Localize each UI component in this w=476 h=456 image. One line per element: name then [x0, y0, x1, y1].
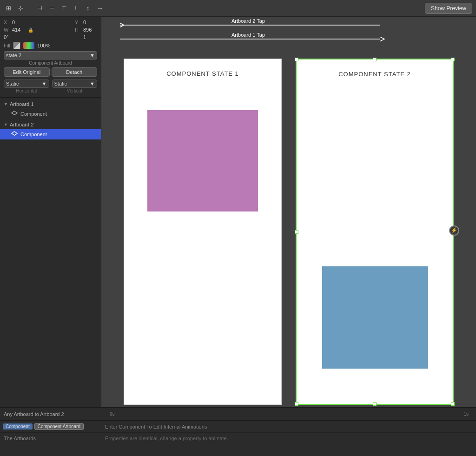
static-horizontal-wrap: Static ▼ Horizontal [4, 79, 49, 93]
blue-rectangle [322, 266, 428, 369]
w-value: 414 [12, 27, 26, 33]
scale-value: 1 [83, 34, 97, 40]
grid-icon[interactable]: ⊞ [4, 4, 13, 13]
y-value: 0 [83, 20, 97, 25]
bottom-panel: Any Artboard to Artboard 2 0s 1s Compone… [0, 407, 476, 456]
static-h-arrow-icon: ▼ [42, 81, 47, 86]
x-label: X [4, 20, 10, 25]
left-panel: X 0 Y 0 W 414 🔒 H 896 0° 1 [0, 17, 101, 407]
rotation-scale-row: 0° 1 [4, 34, 97, 40]
wh-row: W 414 🔒 H 896 [4, 27, 97, 33]
toolbar-sep-1 [30, 4, 30, 13]
artboard2-label: Artboard 2 [10, 122, 33, 127]
top-toolbar: ⊞ ⊹ ⊣ ⊢ ⊤ ⁞ ↕ ↔ Show Preview [0, 0, 476, 17]
main-layout: X 0 Y 0 W 414 🔒 H 896 0° 1 [0, 17, 476, 407]
static-v-value: Static [54, 81, 67, 86]
time-start: 0s [110, 411, 138, 416]
component-artboard-chip[interactable]: Component Artboard [34, 423, 84, 430]
detach-button[interactable]: Detach [52, 67, 98, 77]
extra-icon[interactable]: ↔ [95, 4, 105, 13]
selection-handle-ml [295, 230, 298, 234]
state-dropdown-row: state 2 ▼ [4, 51, 97, 59]
properties-section: X 0 Y 0 W 414 🔒 H 896 0° 1 [0, 17, 101, 98]
component-icon-1 [11, 111, 18, 117]
rotation-value: 0° [4, 34, 18, 40]
static-vertical-select[interactable]: Static ▼ [52, 79, 98, 88]
y-label: Y [75, 20, 81, 25]
svg-text:Artboard 2 Tap: Artboard 2 Tap [231, 18, 265, 24]
horizontal-label: Horizontal [4, 88, 49, 93]
chart-icon[interactable]: ↕ [83, 4, 93, 13]
timeline-header: Any Artboard to Artboard 2 0s 1s [0, 408, 476, 421]
align-top-icon[interactable]: ⊤ [59, 4, 68, 13]
artboard2-frame: ⚡ COMPONENT STATE 2 [296, 59, 454, 405]
selection-handle-bl [295, 402, 298, 406]
artboard1-frame: COMPONENT STATE 1 [124, 59, 282, 405]
static-h-value: Static [6, 81, 19, 86]
distribute-icon[interactable]: ⁞ [71, 4, 80, 13]
align-center-icon[interactable]: ⊢ [47, 4, 56, 13]
timeline-row-1: Component Component Artboard Enter Compo… [0, 421, 476, 433]
edit-detach-row: Edit Original Detach [4, 67, 97, 77]
timeline-artboard-desc: Properties are identical, change a prope… [101, 436, 476, 441]
component-chip[interactable]: Component [3, 423, 33, 430]
transition-label: Any Artboard to Artboard 2 [4, 411, 106, 417]
timeline-item-label-1: Component Component Artboard [0, 423, 101, 430]
show-preview-button[interactable]: Show Preview [425, 3, 472, 14]
timeline-artboard-label: The Artboards [0, 436, 101, 441]
timeline-row1-description: Enter Component To Edit Internal Animati… [101, 424, 476, 430]
artboard1-component-label: Component [20, 111, 47, 117]
edit-original-button[interactable]: Edit Original [4, 67, 50, 77]
svg-text:Artboard 1 Tap: Artboard 1 Tap [231, 32, 265, 38]
artboard2-group: ▼ Artboard 2 Component [0, 120, 101, 139]
lock-icon[interactable]: 🔒 [28, 27, 33, 33]
dropdown-arrow-icon: ▼ [90, 53, 95, 58]
svg-marker-1 [12, 132, 17, 135]
w-label: W [4, 27, 10, 33]
fill-opacity-value: 100% [37, 43, 50, 48]
fill-row: Fill 100% [4, 42, 97, 49]
artboard-arrows-svg: Artboard 2 Tap Artboard 1 Tap [101, 17, 476, 59]
state-dropdown[interactable]: state 2 ▼ [4, 51, 97, 59]
selection-handle-br [451, 402, 455, 406]
artboards-container: COMPONENT STATE 1 ⚡ COMPONENT STATE 2 [124, 59, 454, 405]
component-icon-2 [11, 131, 18, 138]
static-v-arrow-icon: ▼ [90, 81, 95, 86]
selection-handle-tr [451, 58, 455, 61]
svg-marker-0 [12, 111, 17, 115]
static-row: Static ▼ Horizontal Static ▼ Vertical [4, 79, 97, 93]
state-dropdown-value: state 2 [6, 53, 21, 58]
artboard2-chevron-icon: ▼ [4, 122, 8, 127]
layers-section: ▼ Artboard 1 Component ▼ Artboard 2 [0, 98, 101, 407]
artboard1-label: Artboard 1 [10, 101, 33, 107]
canvas-area: Artboard 2 Tap Artboard 1 Tap COMPONENT … [101, 17, 476, 407]
interaction-badge[interactable]: ⚡ [449, 225, 459, 236]
purple-rectangle [147, 110, 258, 211]
selection-handle-tl [295, 58, 298, 61]
fill-label: Fill [4, 43, 10, 48]
h-label: H [75, 27, 81, 33]
artboard1-component-item[interactable]: Component [0, 109, 101, 119]
fill-swatch[interactable] [13, 42, 20, 49]
time-end: 1s [138, 411, 472, 416]
artboard2-component-item[interactable]: Component [0, 129, 101, 139]
h-value: 896 [83, 27, 97, 33]
artboard1-header[interactable]: ▼ Artboard 1 [0, 99, 101, 109]
fill-gradient-swatch[interactable] [23, 42, 34, 49]
xy-row: X 0 Y 0 [4, 20, 97, 25]
static-horizontal-select[interactable]: Static ▼ [4, 79, 49, 88]
artboard1-state-label: COMPONENT STATE 1 [124, 59, 281, 77]
artboard1-chevron-icon: ▼ [4, 102, 8, 106]
artboard2-header[interactable]: ▼ Artboard 2 [0, 120, 101, 129]
component-artboard-label: Component Artboard [4, 60, 97, 66]
timeline-row-2: The Artboards Properties are identical, … [0, 433, 476, 444]
align-left-icon[interactable]: ⊣ [35, 4, 44, 13]
artboard2-component-label: Component [20, 132, 47, 137]
timeline-marks: 0s 1s [106, 411, 472, 416]
selection-handle-bc [373, 402, 377, 406]
move-icon[interactable]: ⊹ [16, 4, 25, 13]
selection-handle-tc [373, 58, 377, 61]
static-vertical-wrap: Static ▼ Vertical [52, 79, 98, 93]
artboard1-group: ▼ Artboard 1 Component [0, 99, 101, 119]
artboard2-state-label: COMPONENT STATE 2 [297, 59, 453, 78]
